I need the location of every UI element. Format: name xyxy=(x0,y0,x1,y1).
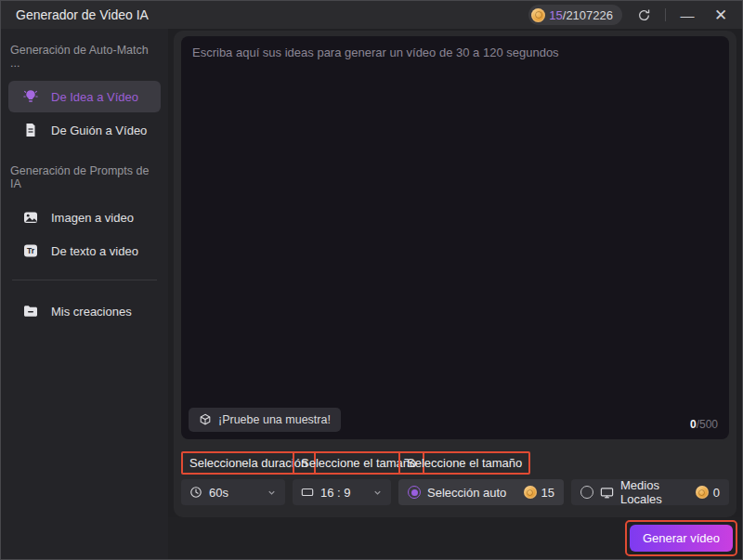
credits-total: /2107226 xyxy=(563,8,613,22)
generate-video-button[interactable]: Generar vídeo xyxy=(630,525,733,552)
close-icon[interactable]: ✕ xyxy=(709,3,733,27)
script-icon xyxy=(22,122,39,138)
idea-panel: ¡Pruebe una muestra! 0/500 Seleccionela … xyxy=(174,31,736,517)
minimize-icon[interactable]: — xyxy=(675,3,699,27)
idea-input[interactable] xyxy=(181,36,729,439)
coin-icon xyxy=(696,486,709,499)
aspect-ratio-icon xyxy=(301,486,314,499)
media-label: Seleccione el tamaño xyxy=(398,451,530,475)
clock-icon xyxy=(189,486,202,499)
idea-editor: ¡Pruebe una muestra! 0/500 xyxy=(181,36,729,439)
chevron-down-icon xyxy=(267,488,277,498)
coin-icon xyxy=(531,8,545,22)
svg-text:Tr: Tr xyxy=(27,246,35,255)
ratio-value: 16 : 9 xyxy=(320,486,351,500)
titlebar-separator xyxy=(665,8,666,21)
chevron-down-icon xyxy=(372,488,383,498)
char-counter: 0/500 xyxy=(690,418,718,431)
local-media-option[interactable]: Medios Locales 0 xyxy=(571,479,729,505)
auto-cost: 15 xyxy=(541,486,554,500)
refresh-icon[interactable] xyxy=(632,3,656,27)
dice-icon xyxy=(199,413,212,426)
monitor-icon xyxy=(600,486,614,500)
ratio-dropdown[interactable]: 16 : 9 xyxy=(293,479,391,505)
auto-selection-option[interactable]: Selección auto 15 xyxy=(398,479,564,505)
titlebar: Generador de Video IA 15/2107226 — ✕ xyxy=(1,1,742,29)
sidebar-divider xyxy=(12,280,157,280)
coin-icon xyxy=(524,486,537,499)
sidebar-item-imagen-a-video[interactable]: Imagen a video xyxy=(8,202,161,233)
lightbulb-icon xyxy=(22,88,39,105)
sidebar-section-automatch: Generación de Auto-Match ... xyxy=(1,38,168,79)
generation-controls: Seleccionela duración Seleccione el tama… xyxy=(181,451,729,505)
sidebar-item-label: Mis creaciones xyxy=(51,305,132,319)
sidebar-item-label: De texto a video xyxy=(51,244,138,258)
radio-unselected-icon xyxy=(580,486,593,499)
sidebar-section-prompts: Generación de Prompts de IA xyxy=(1,148,168,200)
text-icon: Tr xyxy=(22,242,39,259)
sidebar-item-guion-a-video[interactable]: De Guión a Vídeo xyxy=(8,114,161,146)
main-area: ¡Pruebe una muestra! 0/500 Seleccionela … xyxy=(168,29,742,559)
char-count: 0 xyxy=(690,418,697,431)
char-limit: /500 xyxy=(697,418,718,431)
footer-bar: Generar vídeo xyxy=(168,517,742,559)
duration-value: 60s xyxy=(209,486,228,500)
credits-used: 15 xyxy=(549,8,562,22)
sidebar-item-idea-a-video[interactable]: De Idea a Vídeo xyxy=(8,81,161,112)
sidebar: Generación de Auto-Match ... De Idea a V… xyxy=(1,29,168,559)
app-window: Generador de Video IA 15/2107226 — ✕ Gen… xyxy=(0,0,743,560)
sample-button[interactable]: ¡Pruebe una muestra! xyxy=(189,408,341,432)
sidebar-item-texto-a-video[interactable]: Tr De texto a video xyxy=(8,235,161,267)
radio-selected-icon xyxy=(408,486,421,499)
folder-icon xyxy=(22,303,39,319)
sidebar-item-label: De Idea a Vídeo xyxy=(51,90,138,104)
duration-dropdown[interactable]: 60s xyxy=(181,479,285,505)
app-title: Generador de Video IA xyxy=(16,7,149,22)
credits-badge[interactable]: 15/2107226 xyxy=(528,5,622,25)
sidebar-item-label: De Guión a Vídeo xyxy=(51,124,147,137)
local-option-label: Medios Locales xyxy=(620,478,689,506)
image-icon xyxy=(22,209,39,226)
auto-option-label: Selección auto xyxy=(427,486,506,500)
sidebar-item-label: Imagen a video xyxy=(51,211,134,225)
sidebar-item-mis-creaciones[interactable]: Mis creaciones xyxy=(8,295,161,327)
local-cost: 0 xyxy=(713,486,720,500)
sample-button-label: ¡Pruebe una muestra! xyxy=(218,413,331,426)
generate-annotation-box: Generar vídeo xyxy=(625,520,737,556)
